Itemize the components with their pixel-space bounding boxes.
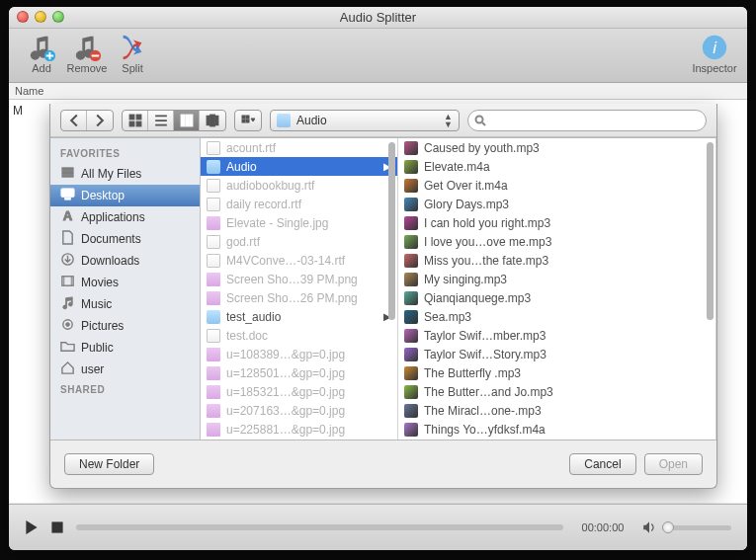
zoom-icon[interactable] [52, 11, 64, 23]
arrange-button[interactable] [235, 111, 261, 130]
file-row[interactable]: test.doc [201, 326, 397, 345]
file-label: daily record.rtf [226, 198, 301, 211]
file-row[interactable]: u=207163…&gp=0.jpg [201, 401, 397, 420]
volume-knob[interactable] [662, 521, 674, 533]
add-button[interactable]: Add [19, 33, 64, 74]
sidebar-item[interactable]: Documents [50, 228, 200, 250]
applications-icon: A [60, 208, 75, 226]
favorites-header: FAVORITES [50, 144, 200, 163]
file-row[interactable]: Elevate.m4a [398, 157, 715, 176]
file-label: I can hold you right.mp3 [424, 216, 550, 230]
file-label: Caused by youth.mp3 [424, 141, 540, 155]
file-row[interactable]: M4VConve…-03-14.rtf [201, 251, 397, 270]
inspector-button[interactable]: i Inspector [692, 33, 737, 74]
file-row[interactable]: Taylor Swif…Story.mp3 [398, 345, 715, 363]
view-list-button[interactable] [148, 111, 174, 130]
file-row[interactable]: daily record.rtf [201, 195, 397, 213]
path-popup[interactable]: Audio ▲▼ [270, 110, 460, 131]
file-row[interactable]: Elevate - Single.jpg [201, 213, 397, 232]
file-label: Taylor Swif…Story.mp3 [424, 348, 546, 361]
remove-button[interactable]: Remove [64, 33, 110, 74]
file-row[interactable]: Glory Days.mp3 [398, 195, 715, 213]
sidebar-item[interactable]: user [50, 359, 200, 380]
file-row[interactable]: Caused by youth.mp3 [398, 138, 715, 157]
folder-icon [207, 310, 220, 324]
view-columns-button[interactable] [174, 111, 200, 130]
window-controls [17, 11, 64, 23]
split-button[interactable]: Split [110, 33, 155, 74]
column-header-name[interactable]: Name [9, 83, 747, 100]
view-coverflow-button[interactable] [200, 111, 225, 130]
file-row[interactable]: Miss you…the fate.mp3 [398, 251, 715, 270]
file-row[interactable]: Get Over it.m4a [398, 176, 715, 195]
view-icons-button[interactable] [123, 111, 148, 130]
file-label: test.doc [226, 329, 268, 343]
scrollbar[interactable] [388, 142, 395, 436]
file-label: u=207163…&gp=0.jpg [226, 404, 345, 418]
new-folder-button[interactable]: New Folder [64, 453, 154, 475]
nav-history [60, 110, 114, 131]
search-input[interactable] [490, 114, 700, 127]
svg-rect-22 [61, 189, 74, 197]
file-row[interactable]: Things Yo…yfdksf.m4a [398, 420, 715, 439]
file-row[interactable]: test_audio▶ [201, 307, 397, 326]
sidebar-item[interactable]: Movies [50, 272, 200, 293]
documents-icon [60, 230, 75, 248]
file-row[interactable]: Taylor Swif…mber.mp3 [398, 326, 715, 345]
file-row[interactable]: I can hold you right.mp3 [398, 213, 715, 232]
sidebar-item[interactable]: Downloads [50, 250, 200, 272]
sidebar-item[interactable]: Public [50, 337, 200, 359]
img-icon [207, 423, 220, 437]
stop-icon[interactable] [50, 520, 64, 534]
sidebar-item[interactable]: Desktop [50, 185, 200, 206]
sidebar-item[interactable]: AApplications [50, 206, 200, 228]
search-field[interactable] [467, 110, 707, 131]
file-row[interactable]: u=128501…&gp=0.jpg [201, 363, 397, 382]
open-button[interactable]: Open [644, 453, 703, 475]
forward-button[interactable] [87, 111, 113, 130]
file-row[interactable]: acount.rtf [201, 138, 397, 157]
close-icon[interactable] [17, 11, 29, 23]
file-label: Audio [226, 160, 257, 174]
arrange-menu[interactable] [234, 110, 262, 131]
file-row[interactable]: The Butter…and Jo.mp3 [398, 382, 715, 401]
scroll-thumb[interactable] [707, 142, 714, 320]
file-row[interactable]: Sea.mp3 [398, 307, 715, 326]
file-row[interactable]: Audio▶ [201, 157, 397, 176]
folder-icon [207, 160, 220, 174]
file-row[interactable]: u=108389…&gp=0.jpg [201, 345, 397, 363]
window-title: Audio Splitter [9, 7, 747, 29]
file-row[interactable]: u=185321…&gp=0.jpg [201, 382, 397, 401]
file-label: M4VConve…-03-14.rtf [226, 254, 345, 268]
audio-thumbnail-icon [404, 235, 418, 249]
file-row[interactable]: audiobookbug.rtf [201, 176, 397, 195]
file-row[interactable]: I love you…ove me.mp3 [398, 232, 715, 251]
volume-slider[interactable] [662, 525, 731, 530]
sidebar-item[interactable]: All My Files [50, 163, 200, 185]
file-row[interactable]: The Miracl…one-.mp3 [398, 401, 715, 420]
seek-slider[interactable] [76, 524, 563, 530]
scrollbar[interactable] [707, 142, 714, 436]
time-display: 00:00:00 [575, 521, 630, 533]
audio-thumbnail-icon [404, 310, 418, 324]
home-icon [60, 360, 75, 378]
all-my-files-icon [60, 165, 75, 183]
svg-rect-13 [216, 116, 218, 124]
file-row[interactable]: god.rtf [201, 232, 397, 251]
file-row[interactable]: My singing.mp3 [398, 270, 715, 288]
sidebar-item[interactable]: Pictures [50, 315, 200, 337]
file-label: Taylor Swif…mber.mp3 [424, 329, 546, 343]
file-row[interactable]: u=225881…&gp=0.jpg [201, 420, 397, 439]
cancel-button[interactable]: Cancel [569, 453, 635, 475]
sidebar-item[interactable]: Music [50, 293, 200, 315]
file-row[interactable]: Screen Sho…39 PM.png [201, 270, 397, 288]
file-row[interactable]: Screen Sho…26 PM.png [201, 288, 397, 307]
file-row[interactable]: The Butterfly .mp3 [398, 363, 715, 382]
svg-rect-16 [242, 120, 245, 122]
audio-thumbnail-icon [404, 273, 418, 286]
scroll-thumb[interactable] [388, 142, 395, 320]
play-icon[interactable] [25, 520, 39, 534]
back-button[interactable] [61, 111, 87, 130]
minimize-icon[interactable] [35, 11, 46, 23]
file-row[interactable]: Qianqianquege.mp3 [398, 288, 715, 307]
